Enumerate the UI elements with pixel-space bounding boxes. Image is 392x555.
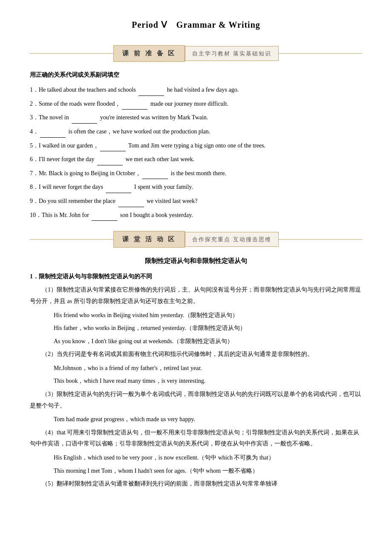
example-2-1: Mr.Johnson，who is a friend of my father'… <box>30 363 362 374</box>
grammar-section-title: 限制性定语从句和非限制性定语从句 <box>30 255 362 267</box>
blank-4 <box>40 137 66 138</box>
example-1-2: His father，who works in Beijing，returned… <box>30 323 362 334</box>
blank-6 <box>97 165 123 165</box>
blank-8 <box>106 193 131 193</box>
blank-9 <box>118 207 144 207</box>
exercise-list: 1．He talked about the teachers and schoo… <box>30 84 362 221</box>
blank-7 <box>142 179 168 179</box>
grammar-para1: （1）限制性定语从句常紧接在它所修饰的先行词后，主、从句间没有逗号分开；而非限制… <box>30 284 362 307</box>
grammar-para2: （2）当先行词是专有名词或其前面有物主代词和指示代词修饰时，其后的定语从句通常是… <box>30 349 362 360</box>
banner-preparation: 课 前 准 备 区 自主学习教材 落实基础知识 <box>30 45 362 62</box>
grammar-para4: （4）that 可用来引导限制性定语从句，但一般不用来引导非限制性定语从句；引导… <box>30 427 362 450</box>
banner2-right-subtitle: 合作探究重点 互动撞击思维 <box>185 232 278 247</box>
banner-classroom: 课 堂 活 动 区 合作探究重点 互动撞击思维 <box>30 231 362 248</box>
banner2-left-text: 课 堂 活 动 区 <box>113 231 185 248</box>
example-1-1: His friend who works in Beijing visited … <box>30 310 362 321</box>
exercise-title: 用正确的关系代词或关系副词填空 <box>30 69 362 80</box>
subsection1-title: 1．限制性定语从句与非限制性定语从句的不同 <box>30 271 362 282</box>
example-4-2: This morning I met Tom，whom I hadn't see… <box>30 465 362 477</box>
banner-line-right <box>279 53 362 54</box>
blank-10 <box>92 220 117 221</box>
blank-5 <box>100 151 126 151</box>
example-2-2: This book，which I have read many times，i… <box>30 376 362 387</box>
banner-center: 课 前 准 备 区 自主学习教材 落实基础知识 <box>113 45 278 62</box>
exercise-item-7: 7．Mr. Black is going to Beijing in Octob… <box>30 168 362 179</box>
exercise-item-3: 3．The novel in you're interested was wri… <box>30 112 362 124</box>
banner-left-text: 课 前 准 备 区 <box>113 45 185 62</box>
blank-2 <box>122 109 147 110</box>
grammar-para3: （3）限制性定语从句的先行词一般为单个名词或代词，而非限制性定语从句的先行词既可… <box>30 389 362 411</box>
banner2-line-left <box>30 239 113 240</box>
exercise-item-5: 5．I walked in our garden， Tom and Jim we… <box>30 140 362 152</box>
banner2-line-right <box>279 239 362 240</box>
banner-line-left <box>30 53 113 54</box>
exercise-item-1: 1．He talked about the teachers and schoo… <box>30 84 362 96</box>
page-title: Period Ⅴ Grammar & Writing <box>30 17 362 32</box>
example-4-1: His English，which used to be very poor，i… <box>30 452 362 464</box>
blank-1 <box>138 95 164 96</box>
exercise-item-9: 9．Do you still remember the place we vis… <box>30 196 362 207</box>
exercise-section: 用正确的关系代词或关系副词填空 1．He talked about the te… <box>30 69 362 221</box>
exercise-item-4: 4． is often the case，we have worked out … <box>30 126 362 138</box>
banner-right-subtitle: 自主学习教材 落实基础知识 <box>185 46 278 61</box>
banner2-center: 课 堂 活 动 区 合作探究重点 互动撞击思维 <box>113 231 278 248</box>
grammar-section: 限制性定语从句和非限制性定语从句 1．限制性定语从句与非限制性定语从句的不同 （… <box>30 255 362 490</box>
exercise-item-6: 6．I'll never forget the day we met each … <box>30 154 362 165</box>
exercise-item-8: 8．I will never forget the days I spent w… <box>30 182 362 193</box>
exercise-item-2: 2．Some of the roads were flooded， made o… <box>30 98 362 110</box>
example-3-1: Tom had made great progress，which made u… <box>30 414 362 425</box>
exercise-item-10: 10．This is Mr. John for son I bought a b… <box>30 210 362 221</box>
example-1-3: As you know，I don't like going out at we… <box>30 336 362 347</box>
grammar-para5: （5）翻译时限制性定语从句通常被翻译到先行词的前面，而非限制性定语从句常常单独译 <box>30 478 362 490</box>
blank-3 <box>72 123 97 124</box>
